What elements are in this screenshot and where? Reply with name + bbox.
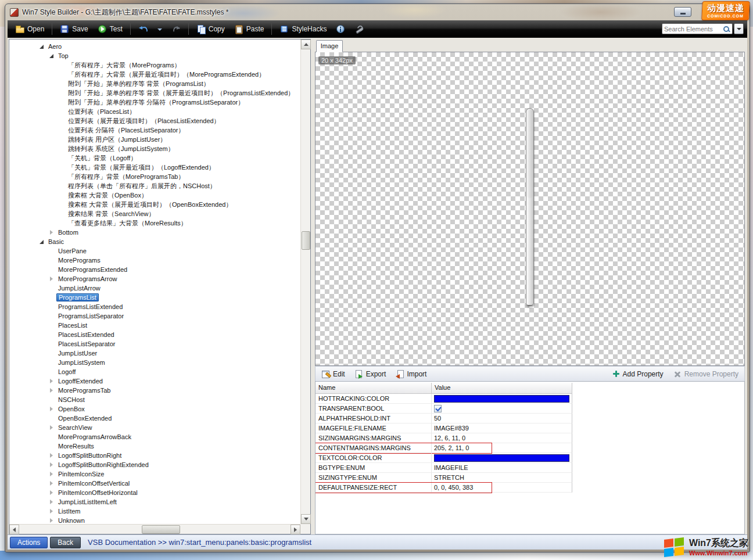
tree-item[interactable]: OpenBox — [9, 404, 300, 414]
tree-item[interactable]: Basic — [9, 237, 300, 246]
back-button[interactable]: Back — [50, 537, 81, 548]
documentation-breadcrumb[interactable]: VSB Documentation >> win7:start_menu:pan… — [88, 538, 311, 547]
tree-item[interactable]: LogoffSplitButtonRightExtended — [9, 460, 300, 469]
property-value[interactable] — [432, 453, 572, 463]
vertical-scroll-thumb[interactable] — [302, 231, 310, 250]
tree-item[interactable]: 搜索框 大背景（OpenBox） — [9, 191, 300, 200]
search-input[interactable] — [664, 26, 722, 33]
tree-item[interactable]: PinItemIconSize — [9, 469, 300, 479]
bool-checkbox[interactable] — [434, 405, 442, 412]
tree-expand-icon[interactable] — [38, 44, 45, 50]
tree-item[interactable]: Bottom — [9, 228, 300, 237]
image-preview-area[interactable]: 20 x 342px — [315, 52, 745, 366]
tree-item[interactable]: 位置列表（PlacesList） — [9, 107, 300, 116]
tree-expand-icon[interactable] — [58, 202, 64, 208]
title-bar[interactable]: Win7 Style Builder - G:\主题制作\主题\FATE\FAT… — [5, 4, 750, 20]
tree-expand-icon[interactable] — [58, 220, 64, 227]
tree-expand-icon[interactable] — [48, 350, 55, 357]
property-row[interactable]: SIZINGTYPE:ENUM STRETCH — [315, 473, 572, 483]
tree-expand-icon[interactable] — [48, 285, 55, 292]
tree-item[interactable]: ProgramsList — [9, 293, 300, 302]
tree-expand-icon[interactable] — [58, 71, 64, 78]
remove-property-button[interactable]: Remove Property — [673, 369, 738, 379]
open-button[interactable]: Open — [11, 23, 48, 35]
tree-item[interactable]: PinItemIconOffsetHorizontal — [9, 488, 300, 497]
search-box[interactable] — [662, 23, 733, 34]
tree-expand-icon[interactable] — [48, 518, 55, 524]
tree-item[interactable]: ProgramsListSeparator — [9, 311, 300, 321]
tree-expand-icon[interactable] — [48, 443, 55, 450]
tree-expand-icon[interactable] — [58, 155, 64, 161]
tree-item[interactable]: LogoffExtended — [9, 376, 300, 386]
property-row[interactable]: CONTENTMARGINS:MARGINS 205, 2, 11, 0 — [315, 443, 572, 453]
tree-item[interactable]: 跳转列表 系统区（JumpListSystem） — [9, 144, 300, 153]
tree-item[interactable]: 跳转列表 用户区（JumpListUser） — [9, 135, 300, 144]
tree-expand-icon[interactable] — [48, 397, 55, 403]
tree-horizontal-scrollbar[interactable] — [9, 524, 300, 534]
property-value[interactable]: IMAGEFILE — [432, 463, 572, 473]
tree-expand-icon[interactable] — [48, 406, 55, 412]
search-icon[interactable] — [722, 25, 730, 33]
tree-item[interactable]: 「所有程序」大背景（MorePrograms） — [9, 60, 300, 70]
tree-item[interactable]: Unknown — [9, 516, 300, 524]
property-value[interactable]: 0, 0, 450, 383 — [432, 483, 572, 493]
tree-expand-icon[interactable] — [38, 239, 45, 245]
tab-image[interactable]: Image — [316, 40, 343, 52]
tree-expand-icon[interactable] — [58, 127, 64, 134]
tree-expand-icon[interactable] — [48, 480, 55, 487]
tree-item[interactable]: JumpListArrow — [9, 283, 300, 293]
test-button[interactable]: Test — [94, 23, 127, 35]
tree-expand-icon[interactable] — [48, 369, 55, 375]
property-row[interactable]: ALPHATHRESHOLD:INT 50 — [315, 414, 572, 423]
tree-expand-icon[interactable] — [48, 257, 55, 264]
tree-vertical-scrollbar[interactable] — [300, 40, 310, 524]
tree-item[interactable]: 「所有程序」大背景（展开最近项目时）（MoreProgramsExtended） — [9, 70, 300, 79]
property-row[interactable]: TEXTCOLOR:COLOR — [315, 453, 572, 463]
tree-item[interactable]: MoreResults — [9, 441, 300, 451]
tree-expand-icon[interactable] — [48, 295, 55, 301]
stylehacks-button[interactable]: StyleHacks — [275, 23, 331, 35]
tree-expand-icon[interactable] — [48, 425, 55, 431]
tree-item[interactable]: Aero — [9, 42, 300, 51]
tree-item[interactable]: 位置列表（展开最近项目时）（PlacesListExtended） — [9, 116, 300, 125]
scroll-left-button[interactable] — [9, 525, 19, 534]
tree-item[interactable]: 附到「开始」菜单的程序等 背景（ProgramsList） — [9, 79, 300, 88]
tree-expand-icon[interactable] — [58, 90, 64, 96]
tree-expand-icon[interactable] — [48, 313, 55, 320]
tools-button[interactable] — [350, 23, 368, 35]
tree-expand-icon[interactable] — [48, 360, 55, 366]
tree-expand-icon[interactable] — [48, 378, 55, 385]
tree-item[interactable]: MorePrograms — [9, 256, 300, 265]
minimize-button[interactable] — [674, 7, 691, 17]
tree-expand-icon[interactable] — [48, 276, 55, 282]
tree-expand-icon[interactable] — [48, 490, 55, 496]
tree-item[interactable]: Logoff — [9, 367, 300, 376]
property-value[interactable] — [432, 394, 572, 404]
tree-item[interactable]: SearchView — [9, 423, 300, 432]
save-button[interactable]: Save — [56, 23, 92, 35]
tree-expand-icon[interactable] — [58, 192, 64, 199]
tree-item[interactable]: MoreProgramsArrowBack — [9, 432, 300, 441]
tree-item[interactable]: 「关机」背景（Logoff） — [9, 153, 300, 163]
property-value[interactable]: IMAGE#839 — [432, 423, 572, 433]
tree-expand-icon[interactable] — [48, 248, 55, 254]
tree-expand-icon[interactable] — [58, 146, 64, 152]
tree-expand-icon[interactable] — [48, 229, 55, 236]
actions-button[interactable]: Actions — [10, 537, 48, 548]
tree-expand-icon[interactable] — [48, 462, 55, 468]
tree-item[interactable]: PlacesListExtended — [9, 330, 300, 339]
tree-expand-icon[interactable] — [48, 304, 55, 310]
tree-expand-icon[interactable] — [48, 508, 55, 515]
tree-expand-icon[interactable] — [58, 99, 64, 106]
tree-expand-icon[interactable] — [48, 322, 55, 329]
property-value[interactable]: checked — [432, 404, 572, 414]
tree-expand-icon[interactable] — [58, 62, 64, 69]
property-row[interactable]: HOTTRACKING:COLOR — [315, 394, 572, 404]
property-value[interactable]: 205, 2, 11, 0 — [432, 443, 572, 453]
horizontal-scroll-thumb[interactable] — [142, 525, 180, 534]
tree-item[interactable]: 「查看更多结果」大背景（MoreResults） — [9, 218, 300, 228]
tree-expand-icon[interactable] — [58, 164, 64, 171]
undo-dropdown-button[interactable] — [153, 23, 166, 35]
tree-expand-icon[interactable] — [58, 183, 64, 189]
property-row[interactable]: IMAGEFILE:FILENAME IMAGE#839 — [315, 423, 572, 433]
